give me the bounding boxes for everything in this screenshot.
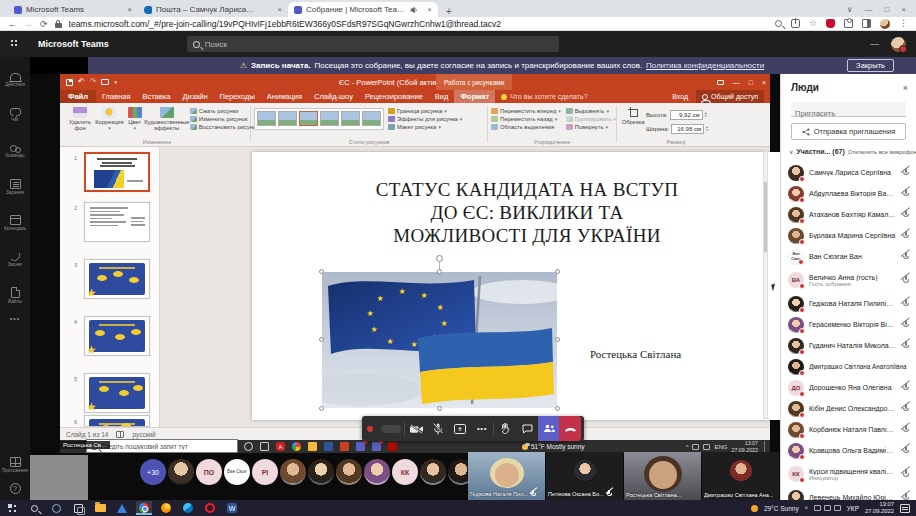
task-view-icon[interactable] xyxy=(260,442,269,451)
ppt-minimize-button[interactable]: — xyxy=(733,79,740,86)
slide-title[interactable]: СТАТУС КАНДИДАТА НА ВСТУП ДО ЄС: ВИКЛИКИ… xyxy=(282,178,772,248)
mic-muted-icon[interactable] xyxy=(901,168,910,178)
collapse-chevron-icon[interactable]: ∨ xyxy=(789,148,793,155)
mic-muted-icon[interactable] xyxy=(901,383,910,393)
slide-thumbnail-4[interactable]: ★ xyxy=(84,316,150,356)
side-panel-icon[interactable] xyxy=(862,19,871,28)
teams-icon[interactable] xyxy=(356,442,365,451)
start-button[interactable] xyxy=(4,501,20,515)
teams-icon-2[interactable] xyxy=(372,442,381,451)
participant-avatar[interactable] xyxy=(168,459,194,485)
tab-audio-icon[interactable] xyxy=(410,6,418,14)
picture-layout-button[interactable]: Макет рисунка▾ xyxy=(388,124,462,130)
tab-insert[interactable]: Вставка xyxy=(137,90,177,103)
browser-tab-2[interactable]: Пошта – Самчук Лариса Сергії... × xyxy=(138,2,288,17)
participant-row[interactable]: ДО Дорошенко Яна Олегівна xyxy=(781,377,916,398)
mic-muted-icon[interactable] xyxy=(901,189,910,199)
participant-row[interactable]: КК Курси підвищення кваліфік... Инициато… xyxy=(781,461,916,487)
back-icon[interactable]: ← xyxy=(8,19,17,29)
network-icon[interactable] xyxy=(692,444,699,450)
rotate-button[interactable]: Повернуть▾ xyxy=(566,124,616,130)
sidebar-item-apps[interactable]: Приложения xyxy=(0,447,30,483)
banner-close-button[interactable]: Закрыть xyxy=(847,59,894,72)
participant-row[interactable]: Гуданич Наталія Миколаївна xyxy=(781,335,916,356)
cortana-icon[interactable] xyxy=(244,442,253,451)
language-indicator[interactable]: русский xyxy=(132,431,155,438)
acrobat-icon[interactable] xyxy=(388,442,397,451)
zoom-icon[interactable] xyxy=(775,20,782,27)
participant-avatar-initials[interactable]: КК xyxy=(392,459,418,485)
help-icon[interactable]: ? xyxy=(10,483,21,494)
word-icon[interactable] xyxy=(324,442,333,451)
resize-handle-s[interactable] xyxy=(437,406,442,411)
corrections-button[interactable]: Коррекция▾ xyxy=(93,106,126,132)
tab-transitions[interactable]: Переходы xyxy=(214,90,261,103)
picture-styles-gallery[interactable] xyxy=(254,108,384,130)
app-icon-blue[interactable] xyxy=(114,501,130,515)
video-tile-empty[interactable] xyxy=(30,455,88,500)
style-thumb[interactable] xyxy=(341,111,360,126)
picture-effects-button[interactable]: Эффекты для рисунка▾ xyxy=(388,116,462,122)
artistic-effects-button[interactable]: Художественные эффекты xyxy=(144,106,190,133)
participant-avatar[interactable] xyxy=(420,459,446,485)
tab-file[interactable]: Файл xyxy=(60,90,96,103)
participant-row[interactable]: Атаханов Бахтіяр Камалдін... xyxy=(781,204,916,225)
volume-icon[interactable] xyxy=(703,444,710,450)
opera-icon[interactable] xyxy=(202,501,218,515)
slide-flag-image[interactable]: ★★★ ★★★ ★★★ ★ xyxy=(322,272,557,408)
video-tile-1[interactable]: Гедікова Наталя Пил... xyxy=(468,452,545,500)
tray-chevron-icon[interactable]: ^ xyxy=(686,444,689,450)
teams-profile-avatar[interactable] xyxy=(891,37,906,52)
more-actions-button[interactable]: ••• xyxy=(471,416,493,441)
participants-section-header[interactable]: ∨ Участни... (67) Отключить все микрофон… xyxy=(789,148,910,155)
mic-muted-icon[interactable] xyxy=(901,425,910,435)
tab-close-icon[interactable]: × xyxy=(127,5,132,14)
participant-row[interactable]: ВА Величко Анна (гость) Гость собрания xyxy=(781,267,916,293)
group-button[interactable]: Группировать▾ xyxy=(566,116,616,122)
ribbon-options-icon[interactable] xyxy=(717,80,724,85)
editor-scrollbar[interactable] xyxy=(763,151,768,419)
participant-row[interactable]: Кібін Денис Олександрович xyxy=(781,398,916,419)
url-input[interactable] xyxy=(69,19,768,29)
people-button-active[interactable] xyxy=(538,416,559,441)
share-page-icon[interactable] xyxy=(791,19,800,28)
participant-row[interactable]: Кравцова Ольга Вадимівна xyxy=(781,440,916,461)
browser-tab-1[interactable]: Microsoft Teams × xyxy=(8,2,138,17)
participant-row[interactable]: Абдуллаева Вікторія Васил... xyxy=(781,183,916,204)
mic-muted-icon[interactable] xyxy=(901,299,910,309)
sidebar-item-calls[interactable]: Звонки xyxy=(0,241,30,277)
show-desktop-button[interactable] xyxy=(764,441,766,452)
extensions-puzzle-icon[interactable] xyxy=(844,19,853,28)
browser-profile-avatar[interactable] xyxy=(880,19,890,29)
browser-kebab-menu-icon[interactable]: ⋮ xyxy=(899,19,908,28)
app-launcher-waffle-icon[interactable] xyxy=(0,31,30,57)
word-icon[interactable]: W xyxy=(224,501,240,515)
mic-muted-icon[interactable] xyxy=(901,275,910,285)
firefox-icon[interactable] xyxy=(158,501,174,515)
resize-handle-se[interactable] xyxy=(555,406,560,411)
slide-thumbnail-6[interactable] xyxy=(84,415,150,427)
video-tile-2[interactable]: Петінова Оксана Бо... xyxy=(546,452,623,500)
sidebar-item-teams[interactable]: Команды xyxy=(0,133,30,169)
resize-handle-e[interactable] xyxy=(555,337,560,342)
sidebar-item-chat[interactable]: Чат xyxy=(0,97,30,133)
chat-button[interactable] xyxy=(516,416,538,441)
forward-icon[interactable]: → xyxy=(24,19,33,29)
remove-background-button[interactable]: Удалить фон xyxy=(67,106,93,133)
mic-muted-icon[interactable] xyxy=(901,252,910,262)
resize-handle-w[interactable] xyxy=(319,337,324,342)
powerpoint-icon[interactable] xyxy=(340,442,349,451)
participant-avatar[interactable] xyxy=(308,459,334,485)
slide-author-text[interactable]: Ростецька Світлана xyxy=(590,348,681,360)
participant-avatar[interactable] xyxy=(336,459,362,485)
tab-close-icon[interactable]: × xyxy=(277,5,282,14)
browser-minimize-button[interactable]: — xyxy=(864,5,872,14)
language-switch[interactable]: УКР xyxy=(847,505,859,512)
participant-row[interactable]: Бурлака Марина Сергіївна xyxy=(781,225,916,246)
ppt-close-button[interactable]: × xyxy=(762,79,766,86)
volume-icon[interactable] xyxy=(834,505,841,511)
slide-canvas[interactable]: СТАТУС КАНДИДАТА НА ВСТУП ДО ЄС: ВИКЛИКИ… xyxy=(252,152,802,420)
teams-search-input[interactable] xyxy=(205,40,553,49)
tab-format-active[interactable]: Формат xyxy=(454,90,495,103)
rotation-handle[interactable] xyxy=(436,255,443,262)
